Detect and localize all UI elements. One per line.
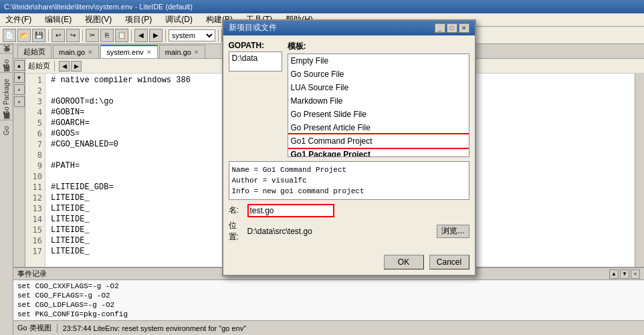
dialog-name-input[interactable]	[247, 204, 334, 217]
info-line-2: Author = visualfc	[232, 175, 466, 186]
dialog-name-row: 名:	[229, 204, 469, 217]
dialog-location-value: D:\data\src\test.go	[247, 227, 435, 236]
gopath-value: D:\data	[232, 53, 258, 63]
template-go-present-article[interactable]: Go Present Article File	[288, 121, 469, 134]
dialog-gopath-header: GOPATH:	[229, 41, 282, 51]
dialog-template-header: 模板:	[288, 41, 469, 53]
dialog-template-col: 模板: Empty File Go Source File LUA Source…	[288, 41, 469, 157]
dialog-name-label: 名:	[229, 205, 245, 216]
dialog-ok-button[interactable]: OK	[384, 255, 424, 269]
template-go1-package[interactable]: Go1 Package Project	[288, 148, 469, 157]
info-line-1: Name = Go1 Command Project	[232, 164, 466, 175]
dialog-overlay: 新项目或文件 _ □ ✕ GOPATH: D:\data	[0, 0, 644, 335]
dialog-location-label: 位置:	[229, 220, 245, 243]
dialog-cancel-button[interactable]: Cancel	[429, 255, 469, 269]
dialog-main-row: GOPATH: D:\data 模板: Empty File Go Source…	[229, 41, 469, 157]
dialog-minimize-btn[interactable]: _	[435, 23, 445, 33]
template-go-source[interactable]: Go Source File	[288, 68, 469, 81]
dialog-body: GOPATH: D:\data 模板: Empty File Go Source…	[223, 35, 475, 252]
new-file-dialog: 新项目或文件 _ □ ✕ GOPATH: D:\data	[222, 19, 476, 276]
dialog-title-bar: 新项目或文件 _ □ ✕	[223, 21, 475, 35]
template-empty-file[interactable]: Empty File	[288, 54, 469, 68]
dialog-info-box: Name = Go1 Command Project Author = visu…	[229, 161, 469, 200]
dialog-location-row: 位置: D:\data\src\test.go 浏览...	[229, 220, 469, 243]
dialog-gopath-col: GOPATH: D:\data	[229, 41, 282, 157]
template-list: Empty File Go Source File LUA Source Fil…	[288, 53, 469, 157]
template-markdown[interactable]: Markdown File	[288, 94, 469, 108]
info-line-3: Info = new go1 command project	[232, 186, 466, 197]
dialog-footer: OK Cancel	[223, 252, 475, 275]
dialog-browse-button[interactable]: 浏览...	[437, 225, 469, 238]
gopath-list[interactable]: D:\data	[229, 51, 282, 72]
template-lua-source[interactable]: LUA Source File	[288, 81, 469, 94]
dialog-title-text: 新项目或文件	[229, 22, 277, 33]
dialog-title-buttons: _ □ ✕	[435, 23, 469, 33]
template-go1-command[interactable]: Go1 Command Project	[288, 134, 469, 148]
dialog-maximize-btn[interactable]: □	[447, 23, 457, 33]
dialog-close-btn[interactable]: ✕	[459, 23, 469, 33]
template-go-present-slide[interactable]: Go Present Slide File	[288, 108, 469, 121]
app-wrapper: C:\liteide\share\liteide\litenv\system.e…	[0, 0, 644, 335]
